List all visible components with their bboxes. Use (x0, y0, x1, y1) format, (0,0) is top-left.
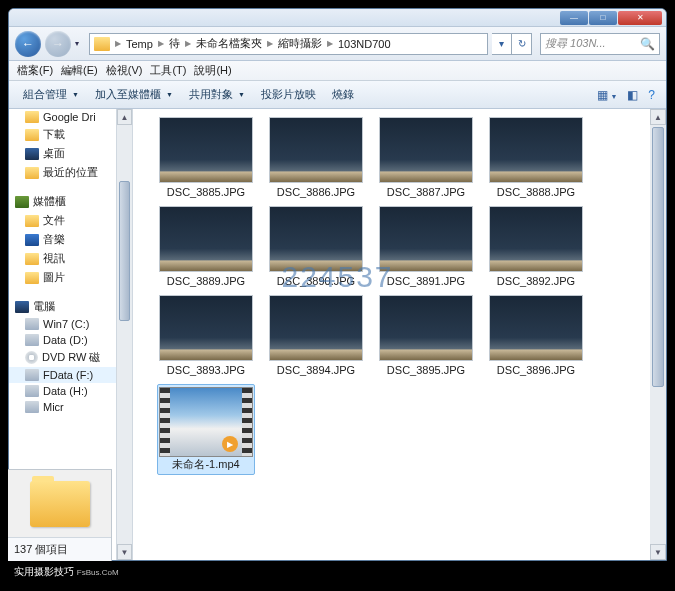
tree-item-micro[interactable]: Micr (9, 399, 116, 415)
tree-item-documents[interactable]: 文件 (9, 211, 116, 230)
file-item[interactable]: DSC_3891.JPG (377, 206, 475, 287)
status-bar-count: 137 個項目 (8, 537, 111, 561)
tree-item-drive-c[interactable]: Win7 (C:) (9, 316, 116, 332)
tree-item-libraries[interactable]: 媒體櫃 (9, 192, 116, 211)
search-placeholder: 搜尋 103N... (545, 36, 606, 51)
file-label: DSC_3889.JPG (167, 275, 245, 287)
tree-item-drive-d[interactable]: Data (D:) (9, 332, 116, 348)
file-item[interactable]: DSC_3885.JPG (157, 117, 255, 198)
tree-scrollbar[interactable]: ▲ ▼ (117, 109, 133, 560)
maximize-button[interactable]: □ (589, 11, 617, 25)
address-bar[interactable]: ▶ Temp ▶ 待 ▶ 未命名檔案夾 ▶ 縮時攝影 ▶ 103ND700 (89, 33, 488, 55)
file-grid[interactable]: DSC_3885.JPG DSC_3886.JPG DSC_3887.JPG D… (133, 109, 650, 560)
downloads-icon (25, 129, 39, 141)
scroll-up-button[interactable]: ▲ (650, 109, 666, 125)
tree-item-drive-f[interactable]: FData (F:) (9, 367, 116, 383)
address-dropdown-button[interactable]: ▾ (492, 33, 512, 55)
scroll-thumb[interactable] (119, 181, 130, 321)
tree-item-videos[interactable]: 視訊 (9, 249, 116, 268)
file-item[interactable]: DSC_3889.JPG (157, 206, 255, 287)
watermark-corner: 实用摄影技巧 FsBus.CoM (8, 563, 125, 581)
folder-icon (25, 111, 39, 123)
file-item[interactable]: DSC_3894.JPG (267, 295, 365, 376)
file-scrollbar[interactable]: ▲ ▼ (650, 109, 666, 560)
chevron-right-icon[interactable]: ▶ (267, 39, 273, 48)
tree-item-dvd[interactable]: DVD RW 磁 (9, 348, 116, 367)
chevron-right-icon[interactable]: ▶ (158, 39, 164, 48)
chevron-right-icon[interactable]: ▶ (115, 39, 121, 48)
file-label: DSC_3885.JPG (167, 186, 245, 198)
help-button[interactable]: ? (643, 88, 660, 102)
breadcrumb[interactable]: 103ND700 (338, 38, 391, 50)
file-item[interactable]: DSC_3893.JPG (157, 295, 255, 376)
drive-icon (25, 401, 39, 413)
minimize-button[interactable]: — (560, 11, 588, 25)
video-thumbnail: ▶ (159, 387, 253, 457)
menu-help[interactable]: 說明(H) (192, 63, 233, 78)
scroll-up-button[interactable]: ▲ (117, 109, 132, 125)
file-label: DSC_3893.JPG (167, 364, 245, 376)
chevron-right-icon[interactable]: ▶ (327, 39, 333, 48)
file-item[interactable]: DSC_3887.JPG (377, 117, 475, 198)
file-item[interactable]: DSC_3892.JPG (487, 206, 585, 287)
scroll-thumb[interactable] (652, 127, 664, 387)
recent-icon (25, 167, 39, 179)
chevron-right-icon[interactable]: ▶ (185, 39, 191, 48)
search-input[interactable]: 搜尋 103N... 🔍 (540, 33, 660, 55)
drive-icon (25, 318, 39, 330)
file-label: 未命名-1.mp4 (172, 457, 239, 472)
file-item[interactable]: DSC_3896.JPG (487, 295, 585, 376)
breadcrumb[interactable]: Temp (126, 38, 153, 50)
forward-button[interactable]: → (45, 31, 71, 57)
tree-item-computer[interactable]: 電腦 (9, 297, 116, 316)
preview-pane-button[interactable]: ◧ (622, 88, 643, 102)
menu-tools[interactable]: 工具(T) (148, 63, 188, 78)
menu-bar: 檔案(F) 編輯(E) 檢視(V) 工具(T) 說明(H) (9, 61, 666, 81)
tree-item-pictures[interactable]: 圖片 (9, 268, 116, 287)
breadcrumb[interactable]: 待 (169, 36, 180, 51)
refresh-button[interactable]: ↻ (512, 33, 532, 55)
image-thumbnail (379, 206, 473, 272)
image-thumbnail (379, 117, 473, 183)
file-item[interactable]: DSC_3888.JPG (487, 117, 585, 198)
image-thumbnail (269, 117, 363, 183)
file-item[interactable]: DSC_3886.JPG (267, 117, 365, 198)
drive-icon (25, 334, 39, 346)
breadcrumb[interactable]: 未命名檔案夾 (196, 36, 262, 51)
file-item[interactable]: DSC_3890.JPG (267, 206, 365, 287)
play-icon: ▶ (222, 436, 238, 452)
tree-item-recent[interactable]: 最近的位置 (9, 163, 116, 182)
file-label: DSC_3886.JPG (277, 186, 355, 198)
tree-item-music[interactable]: 音樂 (9, 230, 116, 249)
tree-item-drive-h[interactable]: Data (H:) (9, 383, 116, 399)
scroll-down-button[interactable]: ▼ (650, 544, 666, 560)
breadcrumb[interactable]: 縮時攝影 (278, 36, 322, 51)
file-item-selected[interactable]: ▶ 未命名-1.mp4 (157, 384, 255, 475)
command-bar: 組合管理▼ 加入至媒體櫃▼ 共用對象▼ 投影片放映 燒錄 ▦▼ ◧ ? (9, 81, 666, 109)
close-button[interactable]: ✕ (618, 11, 662, 25)
back-button[interactable]: ← (15, 31, 41, 57)
tree-item-downloads[interactable]: 下載 (9, 125, 116, 144)
burn-button[interactable]: 燒錄 (324, 87, 362, 102)
large-folder-icon (30, 481, 90, 527)
organize-button[interactable]: 組合管理▼ (15, 87, 87, 102)
nav-history-dropdown[interactable]: ▾ (75, 39, 85, 48)
file-label: DSC_3894.JPG (277, 364, 355, 376)
slideshow-button[interactable]: 投影片放映 (253, 87, 324, 102)
file-item[interactable]: DSC_3895.JPG (377, 295, 475, 376)
view-options-button[interactable]: ▦▼ (592, 88, 622, 102)
scroll-down-button[interactable]: ▼ (117, 544, 132, 560)
image-thumbnail (269, 206, 363, 272)
tree-item-desktop[interactable]: 桌面 (9, 144, 116, 163)
share-button[interactable]: 共用對象▼ (181, 87, 253, 102)
tree-item-gdrive[interactable]: Google Dri (9, 109, 116, 125)
menu-edit[interactable]: 編輯(E) (59, 63, 100, 78)
music-icon (25, 234, 39, 246)
libraries-icon (15, 196, 29, 208)
folder-icon (94, 37, 110, 51)
menu-view[interactable]: 檢視(V) (104, 63, 145, 78)
search-icon[interactable]: 🔍 (640, 37, 655, 51)
menu-file[interactable]: 檔案(F) (15, 63, 55, 78)
include-library-button[interactable]: 加入至媒體櫃▼ (87, 87, 181, 102)
file-list-pane: DSC_3885.JPG DSC_3886.JPG DSC_3887.JPG D… (133, 109, 666, 560)
